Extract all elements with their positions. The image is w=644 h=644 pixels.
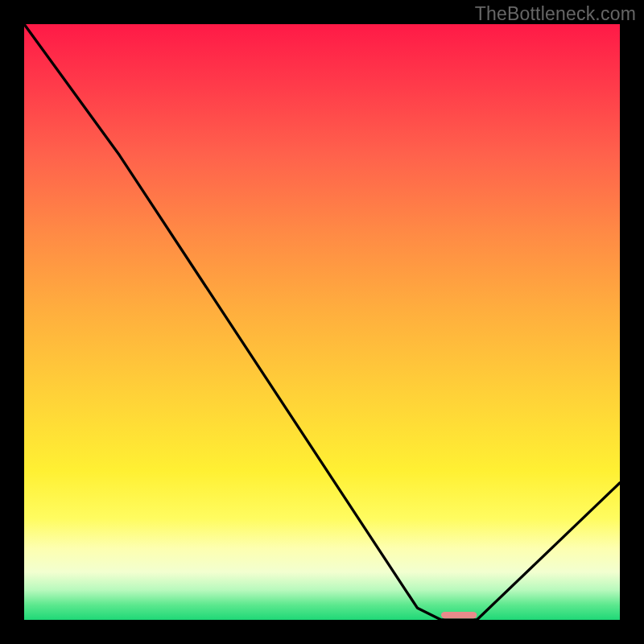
watermark-text: TheBottleneck.com	[475, 3, 636, 25]
chart-svg	[24, 24, 620, 620]
curve-path	[24, 24, 620, 620]
chart-container: TheBottleneck.com	[0, 0, 644, 644]
marker-bar	[441, 612, 477, 618]
plot-area	[24, 24, 620, 620]
